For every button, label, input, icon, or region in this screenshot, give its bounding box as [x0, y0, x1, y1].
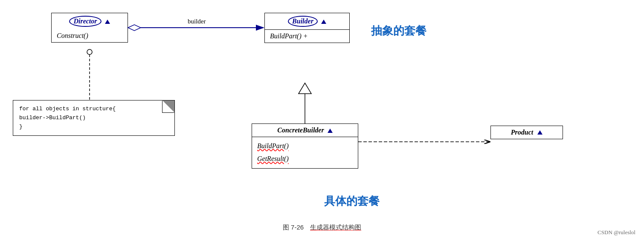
watermark: CSDN @ruleslol: [598, 229, 635, 236]
product-name: Product: [511, 129, 533, 136]
product-header: Product: [491, 126, 563, 139]
abstract-label: 抽象的套餐: [371, 23, 426, 38]
director-abstract-marker: [105, 20, 110, 24]
figure-caption: 图 7-26 生成器模式结构图: [283, 224, 361, 232]
director-body: Construct(): [52, 29, 128, 42]
note-box: for all objects in structure{ builder->B…: [13, 100, 175, 136]
product-box: Product: [490, 126, 563, 139]
concrete-label: 具体的套餐: [324, 194, 380, 209]
concrete-method-1: BuildPart(): [257, 140, 353, 152]
builder-name: Builder: [288, 16, 318, 27]
concrete-abstract-marker: [328, 129, 333, 133]
director-header: Director: [52, 13, 128, 29]
svg-text:builder: builder: [188, 18, 206, 25]
director-method: Construct(): [57, 32, 88, 39]
svg-point-4: [87, 49, 92, 55]
note-line-1: for all objects in structure{: [19, 105, 168, 114]
builder-header: Builder: [265, 13, 349, 30]
note-line-3: }: [19, 123, 168, 132]
concrete-builder-name: ConcreteBuilder: [277, 126, 324, 134]
product-abstract-marker: [537, 130, 542, 135]
director-name: Director: [69, 16, 101, 27]
director-box: Director Construct(): [51, 13, 128, 43]
concrete-builder-body: BuildPart() GetResult(): [252, 137, 358, 168]
concrete-builder-box: ConcreteBuilder BuildPart() GetResult(): [252, 123, 358, 169]
diagram-container: Director Construct() Builder BuildPart()…: [0, 0, 644, 241]
svg-marker-1: [128, 25, 141, 31]
svg-marker-7: [299, 83, 311, 94]
builder-abstract-marker: [321, 20, 326, 24]
concrete-builder-header: ConcreteBuilder: [252, 124, 358, 137]
builder-box: Builder BuildPart() +: [264, 13, 350, 43]
concrete-method-2: GetResult(): [257, 152, 353, 165]
builder-method: BuildPart() +: [270, 32, 308, 40]
note-line-2: builder->BuildPart(): [19, 114, 168, 123]
builder-body: BuildPart() +: [265, 30, 349, 43]
